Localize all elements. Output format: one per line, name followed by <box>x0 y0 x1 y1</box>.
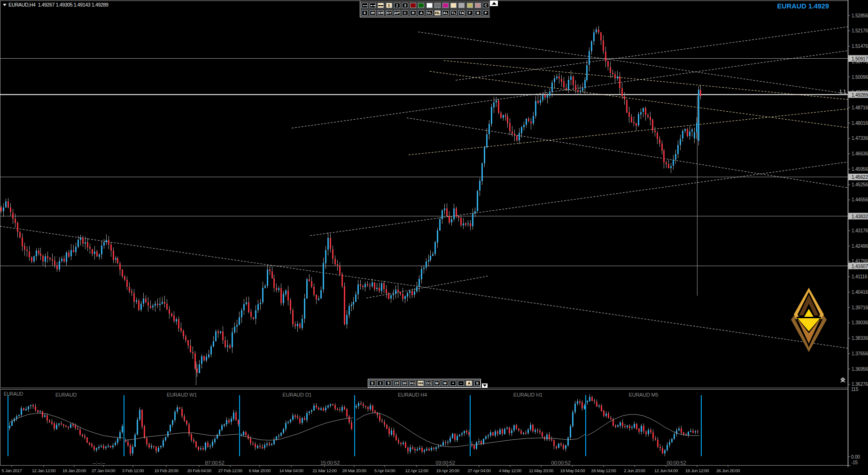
svg-text:0.00: 0.00 <box>851 454 860 460</box>
svg-text:15:00:52: 15:00:52 <box>320 460 340 466</box>
svg-text:1.45622: 1.45622 <box>852 175 868 180</box>
svg-text:14 Mar 04:00: 14 Mar 04:00 <box>279 468 303 473</box>
svg-text:1.51476: 1.51476 <box>852 44 868 49</box>
svg-text:EURAUD: EURAUD <box>55 392 77 398</box>
svg-text:EURAUD 1.4929: EURAUD 1.4929 <box>777 2 829 10</box>
svg-text:EURAUD M5: EURAUD M5 <box>629 392 659 398</box>
svg-text:1.44556: 1.44556 <box>852 197 868 202</box>
svg-text:1.50917: 1.50917 <box>852 56 868 61</box>
svg-text:1.38336: 1.38336 <box>852 336 868 341</box>
svg-text:1.1: 1.1 <box>839 89 846 94</box>
svg-text:1.52856: 1.52856 <box>852 13 868 18</box>
svg-text:00:00:52: 00:00:52 <box>551 460 570 466</box>
svg-text:EURAUD H4: EURAUD H4 <box>398 392 427 398</box>
svg-text:1.40416: 1.40416 <box>852 290 868 295</box>
svg-text:12 Jan 12:00: 12 Jan 12:00 <box>32 468 55 473</box>
svg-text:26 May 12:00: 26 May 12:00 <box>591 468 616 473</box>
svg-text:1.45256: 1.45256 <box>852 182 868 187</box>
svg-text:1.47336: 1.47336 <box>852 136 868 141</box>
svg-text:12 Jun 04:00: 12 Jun 04:00 <box>654 468 678 473</box>
svg-text:21 Mar 12:00: 21 Mar 12:00 <box>312 468 336 473</box>
svg-text:1.36956: 1.36956 <box>852 367 868 372</box>
svg-text:1.48016: 1.48016 <box>852 121 868 126</box>
svg-text:1.42496: 1.42496 <box>852 244 868 249</box>
svg-text:27 Feb 12:00: 27 Feb 12:00 <box>218 468 242 473</box>
svg-text:19 May 04:00: 19 May 04:00 <box>560 468 585 473</box>
svg-text:5 Apr 04:00: 5 Apr 04:00 <box>374 468 395 473</box>
svg-text:3 Feb 12:00: 3 Feb 12:00 <box>122 468 144 473</box>
svg-text:EURAUD H1: EURAUD H1 <box>513 392 542 398</box>
svg-text:EURAUD,H4 1.49267 1.49305 1.4: EURAUD,H4 1.49267 1.49305 1.49143 1.4928… <box>8 2 108 8</box>
svg-text:1.43832: 1.43832 <box>852 214 868 219</box>
svg-text:26 Jun 20:00: 26 Jun 20:00 <box>716 468 740 473</box>
svg-text:19 Jan 20:00: 19 Jan 20:00 <box>62 468 86 473</box>
svg-text:11 May 20:00: 11 May 20:00 <box>529 468 553 473</box>
svg-text:20 Feb 04:00: 20 Feb 04:00 <box>187 468 211 473</box>
svg-text:6 Mar 20:00: 6 Mar 20:00 <box>249 468 271 473</box>
svg-text:EURAUD W1: EURAUD W1 <box>167 392 197 398</box>
svg-text:1.49289: 1.49289 <box>852 92 868 98</box>
svg-text:1.52176: 1.52176 <box>852 28 868 33</box>
svg-text:27 Apr 04:00: 27 Apr 04:00 <box>467 468 490 473</box>
svg-text:19 Jun 12:00: 19 Jun 12:00 <box>685 468 709 473</box>
svg-text:1.50096: 1.50096 <box>852 75 868 80</box>
svg-text:115: 115 <box>851 387 859 392</box>
svg-text:1.39716: 1.39716 <box>852 305 868 310</box>
svg-text:1.48716: 1.48716 <box>852 105 868 110</box>
svg-text:1.41607: 1.41607 <box>852 264 868 269</box>
svg-text:1.45956: 1.45956 <box>852 167 868 172</box>
svg-text:EURAUD: EURAUD <box>4 391 23 397</box>
svg-text:10 Feb 20:00: 10 Feb 20:00 <box>154 468 178 473</box>
svg-text:1.39036: 1.39036 <box>852 320 868 325</box>
svg-text:03:00:52: 03:00:52 <box>435 460 455 466</box>
svg-text:1.37656: 1.37656 <box>852 351 868 356</box>
svg-text:EURAUD D1: EURAUD D1 <box>283 392 312 398</box>
svg-text:1.46636: 1.46636 <box>852 151 868 156</box>
svg-text:--:--:--: --:--:-- <box>93 460 105 466</box>
svg-text:27 Jan 04:00: 27 Jan 04:00 <box>92 468 115 473</box>
svg-text:1.36276: 1.36276 <box>852 382 868 387</box>
svg-text:00:00:52: 00:00:52 <box>666 460 686 466</box>
svg-text:1.43176: 1.43176 <box>852 228 868 233</box>
svg-text:87:00:52: 87:00:52 <box>205 460 224 466</box>
svg-text:1.41116: 1.41116 <box>852 274 868 279</box>
svg-text:4 May 12:00: 4 May 12:00 <box>499 468 521 473</box>
svg-text:28 Mar 20:00: 28 Mar 20:00 <box>342 468 366 473</box>
svg-text:19 Apr 20:00: 19 Apr 20:00 <box>436 468 459 473</box>
svg-text:2 Jun 20:00: 2 Jun 20:00 <box>624 468 645 473</box>
svg-text:-15: -15 <box>851 460 858 465</box>
svg-text:5 Jan 2017: 5 Jan 2017 <box>1 468 22 473</box>
svg-text:12 Apr 12:00: 12 Apr 12:00 <box>405 468 428 473</box>
